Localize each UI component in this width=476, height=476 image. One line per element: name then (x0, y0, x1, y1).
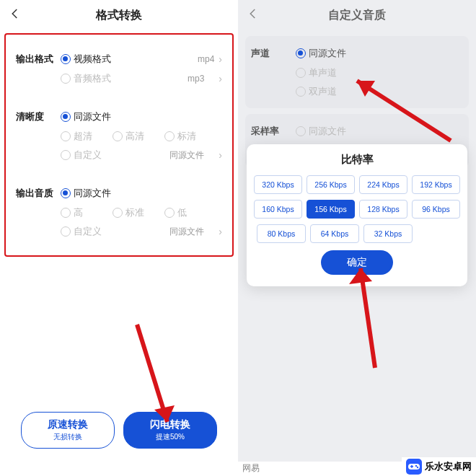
bitrate-option-192[interactable]: 192 Kbps (412, 175, 460, 194)
bitrate-option-320[interactable]: 320 Kbps (254, 175, 302, 194)
chevron-left-icon (247, 7, 260, 20)
option-sample-source[interactable]: 同源文件 (296, 125, 346, 138)
radio-icon (164, 131, 175, 141)
back-button[interactable] (9, 7, 22, 23)
svg-point-4 (415, 465, 417, 467)
clarity-custom-value: 同源文件 (169, 149, 206, 162)
page-title: 自定义音质 (328, 8, 386, 23)
bitrate-option-224[interactable]: 224 Kbps (359, 175, 407, 194)
output-format-card: 输出格式 视频格式 mp4 › 音频格式 mp3 › (10, 42, 228, 95)
option-video-format[interactable]: 视频格式 (61, 53, 111, 66)
confirm-button[interactable]: 确定 (321, 250, 393, 275)
radio-icon (296, 87, 306, 97)
option-quality-high[interactable]: 高 (61, 206, 102, 219)
modal-title: 比特率 (254, 153, 460, 167)
bottom-button-bar: 原速转换 无损转换 闪电转换 提速50% (0, 412, 238, 449)
bitrate-option-64[interactable]: 64 Kbps (310, 224, 359, 243)
audio-quality-label: 输出音质 (16, 187, 61, 200)
chevron-right-icon: › (216, 73, 222, 84)
radio-icon (61, 112, 71, 122)
option-channel-mono[interactable]: 单声道 (296, 66, 338, 79)
clarity-card: 清晰度 同源文件 超清 高清 标清 自定义 同源文件 › (10, 100, 228, 172)
site-logo-bar: 乐水安卓网 (402, 457, 476, 476)
sample-rate-label: 采样率 (251, 125, 296, 138)
radio-icon (61, 131, 71, 141)
screen-custom-audio: 自定义音质 声道 同源文件 单声道 双声道 采样率 同源文件 (238, 0, 476, 462)
radio-icon (296, 48, 306, 58)
chevron-right-icon: › (216, 226, 222, 237)
site-name: 乐水安卓网 (425, 460, 472, 473)
normal-convert-button[interactable]: 原速转换 无损转换 (21, 412, 115, 449)
quality-custom-value: 同源文件 (169, 226, 206, 238)
svg-rect-7 (411, 465, 413, 468)
chevron-left-icon (9, 7, 22, 20)
output-format-label: 输出格式 (16, 53, 61, 66)
audio-quality-card: 输出音质 同源文件 高 标准 低 自定义 同源文件 › (10, 176, 228, 248)
bitrate-option-256[interactable]: 256 Kbps (307, 175, 355, 194)
radio-icon (61, 208, 71, 218)
bitrate-option-80[interactable]: 80 Kbps (257, 224, 306, 243)
chevron-right-icon: › (216, 149, 222, 161)
option-quality-low[interactable]: 低 (164, 206, 206, 219)
channel-label: 声道 (251, 47, 296, 60)
video-format-value: mp4 (198, 54, 216, 64)
option-clarity-source[interactable]: 同源文件 (61, 110, 111, 123)
radio-icon (164, 208, 175, 218)
radio-icon (61, 226, 71, 237)
bitrate-option-156-selected[interactable]: 156 Kbps (307, 200, 355, 219)
option-quality-custom[interactable]: 自定义 (61, 225, 102, 238)
bitrate-option-32[interactable]: 32 Kbps (363, 224, 413, 243)
bitrate-option-96[interactable]: 96 Kbps (412, 200, 460, 219)
option-audio-format[interactable]: 音频格式 (61, 72, 111, 85)
brand-watermark: 网易 (242, 462, 260, 475)
radio-icon (296, 68, 306, 78)
bitrate-option-128[interactable]: 128 Kbps (359, 200, 407, 219)
audio-format-value: mp3 (188, 74, 206, 84)
radio-icon (113, 131, 123, 141)
page-title: 格式转换 (96, 8, 142, 23)
radio-icon (296, 126, 306, 136)
bitrate-grid: 320 Kbps 256 Kbps 224 Kbps 192 Kbps 160 … (254, 175, 460, 219)
fast-convert-button[interactable]: 闪电转换 提速50% (123, 412, 217, 449)
option-clarity-super[interactable]: 超清 (61, 130, 102, 143)
radio-icon (113, 208, 123, 218)
screen-format-convert: 格式转换 输出格式 视频格式 mp4 › 音频格式 (0, 0, 238, 462)
option-channel-source[interactable]: 同源文件 (296, 47, 346, 60)
highlighted-settings-box: 输出格式 视频格式 mp4 › 音频格式 mp3 › (4, 33, 234, 257)
header: 自定义音质 (238, 0, 476, 30)
radio-icon (61, 54, 71, 64)
channel-card: 声道 同源文件 单声道 双声道 (245, 36, 469, 108)
radio-icon (61, 150, 71, 160)
chevron-right-icon[interactable]: › (216, 53, 222, 65)
option-clarity-high[interactable]: 高清 (113, 130, 154, 143)
header: 格式转换 (0, 0, 238, 30)
bitrate-grid-row3: 80 Kbps 64 Kbps 32 Kbps (254, 224, 460, 243)
gamepad-icon (406, 459, 422, 475)
radio-icon (61, 74, 71, 84)
clarity-label: 清晰度 (16, 110, 61, 123)
option-clarity-custom[interactable]: 自定义 (61, 149, 102, 162)
option-quality-source[interactable]: 同源文件 (61, 187, 111, 200)
back-button[interactable] (247, 7, 260, 23)
bitrate-modal: 比特率 320 Kbps 256 Kbps 224 Kbps 192 Kbps … (247, 144, 467, 286)
option-channel-stereo[interactable]: 双声道 (296, 85, 338, 98)
radio-icon (61, 188, 71, 198)
option-clarity-std[interactable]: 标清 (164, 130, 206, 143)
bitrate-option-160[interactable]: 160 Kbps (254, 200, 302, 219)
option-quality-std[interactable]: 标准 (113, 206, 154, 219)
svg-point-5 (417, 467, 418, 468)
